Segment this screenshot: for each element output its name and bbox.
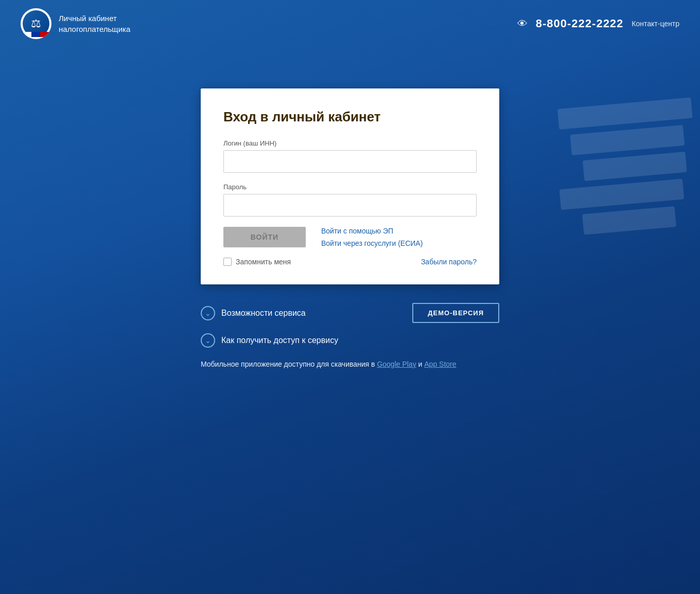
logo-area: ⚖ Личный кабинет налогоплательщика	[21, 8, 130, 39]
login-card: Вход в личный кабинет Логин (ваш ИНН) Па…	[201, 88, 499, 284]
demo-button[interactable]: ДЕМО-ВЕРСИЯ	[412, 303, 499, 323]
login-input[interactable]	[223, 150, 477, 173]
chevron-down-icon-2: ⌄	[201, 333, 215, 348]
remember-me-label: Запомнить меня	[236, 258, 291, 266]
chevron-down-icon: ⌄	[201, 306, 215, 320]
alt-links: Войти с помощью ЭП Войти через госуслуги…	[321, 227, 423, 247]
password-input[interactable]	[223, 194, 477, 217]
site-title: Личный кабинет налогоплательщика	[59, 13, 130, 34]
login-label: Логин (ваш ИНН)	[223, 139, 477, 147]
bottom-section: ⌄ Возможности сервиса ДЕМО-ВЕРСИЯ ⌄ Как …	[201, 290, 499, 376]
header-right: 👁 8-800-222-2222 Контакт-центр	[517, 17, 679, 30]
logo-inner: ⚖	[23, 10, 49, 37]
ep-login-link[interactable]: Войти с помощью ЭП	[321, 227, 423, 235]
login-button[interactable]: ВОЙТИ	[223, 227, 306, 247]
logo-strip	[23, 32, 49, 37]
password-label: Пароль	[223, 183, 477, 191]
google-play-link[interactable]: Google Play	[377, 360, 416, 368]
logo-emblem: ⚖	[31, 18, 41, 29]
access-info-label: Как получить доступ к сервису	[221, 336, 338, 345]
forgot-password-link[interactable]: Забыли пароль?	[421, 258, 477, 266]
main-content: Вход в личный кабинет Логин (ваш ИНН) Па…	[0, 47, 700, 376]
service-features-label: Возможности сервиса	[221, 309, 306, 318]
service-features-expand[interactable]: ⌄ Возможности сервиса	[201, 306, 306, 320]
phone-number: 8-800-222-2222	[536, 17, 624, 30]
gosuslugi-login-link[interactable]: Войти через госуслуги (ЕСИА)	[321, 239, 423, 247]
contact-center-link[interactable]: Контакт-центр	[632, 20, 679, 28]
header: ⚖ Личный кабинет налогоплательщика 👁 8-8…	[0, 0, 700, 47]
login-field-group: Логин (ваш ИНН)	[223, 139, 477, 173]
login-title: Вход в личный кабинет	[223, 109, 477, 125]
mobile-app-text: Мобильное приложение доступно для скачив…	[201, 360, 499, 368]
remember-me-area: Запомнить меня	[223, 258, 291, 266]
password-field-group: Пароль	[223, 183, 477, 217]
app-store-link[interactable]: App Store	[424, 360, 456, 368]
form-actions: ВОЙТИ Войти с помощью ЭП Войти через гос…	[223, 227, 477, 247]
remember-me-checkbox[interactable]	[223, 258, 232, 266]
mobile-text-prefix: Мобильное приложение доступно для скачив…	[201, 360, 377, 368]
eye-icon[interactable]: 👁	[517, 18, 528, 30]
access-info-row[interactable]: ⌄ Как получить доступ к сервису	[201, 328, 499, 353]
logo: ⚖	[21, 8, 51, 39]
and-text: и	[418, 360, 425, 368]
remember-row: Запомнить меня Забыли пароль?	[223, 258, 477, 266]
service-features-row: ⌄ Возможности сервиса ДЕМО-ВЕРСИЯ	[201, 298, 499, 328]
